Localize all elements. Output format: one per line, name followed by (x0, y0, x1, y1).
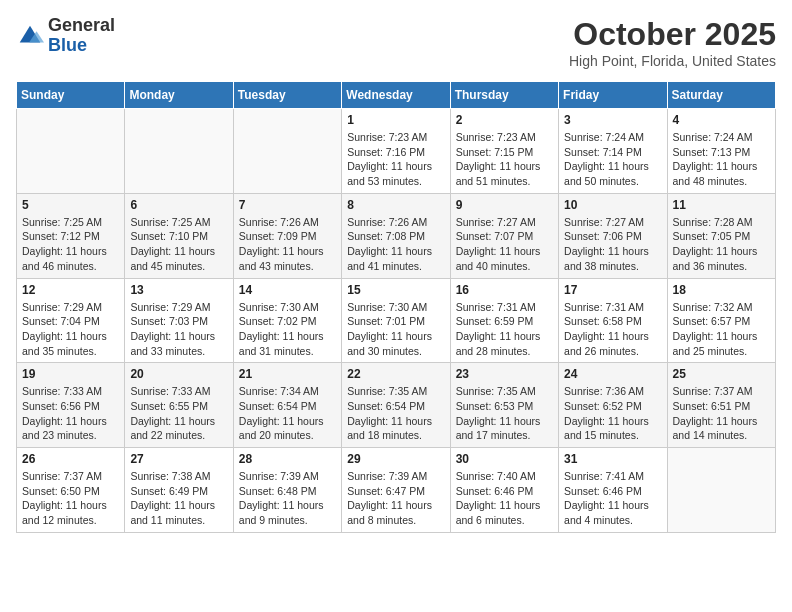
day-info: Sunrise: 7:40 AM Sunset: 6:46 PM Dayligh… (456, 469, 553, 528)
calendar-cell: 18Sunrise: 7:32 AM Sunset: 6:57 PM Dayli… (667, 278, 775, 363)
weekday-header-monday: Monday (125, 82, 233, 109)
day-info: Sunrise: 7:24 AM Sunset: 7:14 PM Dayligh… (564, 130, 661, 189)
calendar-cell: 30Sunrise: 7:40 AM Sunset: 6:46 PM Dayli… (450, 448, 558, 533)
calendar-table: SundayMondayTuesdayWednesdayThursdayFrid… (16, 81, 776, 533)
logo-blue: Blue (48, 35, 87, 55)
day-info: Sunrise: 7:27 AM Sunset: 7:06 PM Dayligh… (564, 215, 661, 274)
day-number: 13 (130, 283, 227, 297)
calendar-cell: 12Sunrise: 7:29 AM Sunset: 7:04 PM Dayli… (17, 278, 125, 363)
day-info: Sunrise: 7:34 AM Sunset: 6:54 PM Dayligh… (239, 384, 336, 443)
day-number: 21 (239, 367, 336, 381)
day-number: 25 (673, 367, 770, 381)
calendar-cell: 4Sunrise: 7:24 AM Sunset: 7:13 PM Daylig… (667, 109, 775, 194)
calendar-cell: 8Sunrise: 7:26 AM Sunset: 7:08 PM Daylig… (342, 193, 450, 278)
day-number: 11 (673, 198, 770, 212)
day-info: Sunrise: 7:39 AM Sunset: 6:48 PM Dayligh… (239, 469, 336, 528)
day-info: Sunrise: 7:26 AM Sunset: 7:08 PM Dayligh… (347, 215, 444, 274)
day-number: 12 (22, 283, 119, 297)
calendar-cell: 5Sunrise: 7:25 AM Sunset: 7:12 PM Daylig… (17, 193, 125, 278)
day-number: 14 (239, 283, 336, 297)
day-number: 26 (22, 452, 119, 466)
day-number: 7 (239, 198, 336, 212)
calendar-cell: 22Sunrise: 7:35 AM Sunset: 6:54 PM Dayli… (342, 363, 450, 448)
logo: General Blue (16, 16, 115, 56)
calendar-cell: 14Sunrise: 7:30 AM Sunset: 7:02 PM Dayli… (233, 278, 341, 363)
day-number: 10 (564, 198, 661, 212)
day-number: 8 (347, 198, 444, 212)
calendar-cell: 2Sunrise: 7:23 AM Sunset: 7:15 PM Daylig… (450, 109, 558, 194)
day-info: Sunrise: 7:37 AM Sunset: 6:51 PM Dayligh… (673, 384, 770, 443)
day-number: 31 (564, 452, 661, 466)
calendar-cell: 27Sunrise: 7:38 AM Sunset: 6:49 PM Dayli… (125, 448, 233, 533)
calendar-cell: 20Sunrise: 7:33 AM Sunset: 6:55 PM Dayli… (125, 363, 233, 448)
day-info: Sunrise: 7:36 AM Sunset: 6:52 PM Dayligh… (564, 384, 661, 443)
weekday-header-tuesday: Tuesday (233, 82, 341, 109)
day-info: Sunrise: 7:35 AM Sunset: 6:53 PM Dayligh… (456, 384, 553, 443)
calendar-cell: 23Sunrise: 7:35 AM Sunset: 6:53 PM Dayli… (450, 363, 558, 448)
day-number: 20 (130, 367, 227, 381)
logo-text: General Blue (48, 16, 115, 56)
day-info: Sunrise: 7:39 AM Sunset: 6:47 PM Dayligh… (347, 469, 444, 528)
calendar-cell: 15Sunrise: 7:30 AM Sunset: 7:01 PM Dayli… (342, 278, 450, 363)
day-info: Sunrise: 7:29 AM Sunset: 7:03 PM Dayligh… (130, 300, 227, 359)
day-info: Sunrise: 7:37 AM Sunset: 6:50 PM Dayligh… (22, 469, 119, 528)
weekday-header-wednesday: Wednesday (342, 82, 450, 109)
calendar-cell: 13Sunrise: 7:29 AM Sunset: 7:03 PM Dayli… (125, 278, 233, 363)
calendar-cell: 26Sunrise: 7:37 AM Sunset: 6:50 PM Dayli… (17, 448, 125, 533)
day-number: 16 (456, 283, 553, 297)
calendar-cell: 19Sunrise: 7:33 AM Sunset: 6:56 PM Dayli… (17, 363, 125, 448)
day-info: Sunrise: 7:25 AM Sunset: 7:12 PM Dayligh… (22, 215, 119, 274)
day-info: Sunrise: 7:41 AM Sunset: 6:46 PM Dayligh… (564, 469, 661, 528)
day-info: Sunrise: 7:27 AM Sunset: 7:07 PM Dayligh… (456, 215, 553, 274)
day-number: 19 (22, 367, 119, 381)
day-number: 27 (130, 452, 227, 466)
weekday-header-row: SundayMondayTuesdayWednesdayThursdayFrid… (17, 82, 776, 109)
calendar-cell: 17Sunrise: 7:31 AM Sunset: 6:58 PM Dayli… (559, 278, 667, 363)
calendar-cell (125, 109, 233, 194)
calendar-cell (17, 109, 125, 194)
day-number: 29 (347, 452, 444, 466)
calendar-cell: 21Sunrise: 7:34 AM Sunset: 6:54 PM Dayli… (233, 363, 341, 448)
weekday-header-friday: Friday (559, 82, 667, 109)
calendar-cell: 7Sunrise: 7:26 AM Sunset: 7:09 PM Daylig… (233, 193, 341, 278)
day-number: 23 (456, 367, 553, 381)
day-info: Sunrise: 7:31 AM Sunset: 6:58 PM Dayligh… (564, 300, 661, 359)
day-info: Sunrise: 7:30 AM Sunset: 7:01 PM Dayligh… (347, 300, 444, 359)
calendar-cell: 11Sunrise: 7:28 AM Sunset: 7:05 PM Dayli… (667, 193, 775, 278)
calendar-cell (233, 109, 341, 194)
page-header: General Blue October 2025 High Point, Fl… (16, 16, 776, 69)
calendar-cell: 31Sunrise: 7:41 AM Sunset: 6:46 PM Dayli… (559, 448, 667, 533)
day-number: 18 (673, 283, 770, 297)
day-number: 6 (130, 198, 227, 212)
location: High Point, Florida, United States (569, 53, 776, 69)
weekday-header-saturday: Saturday (667, 82, 775, 109)
day-info: Sunrise: 7:35 AM Sunset: 6:54 PM Dayligh… (347, 384, 444, 443)
calendar-cell: 6Sunrise: 7:25 AM Sunset: 7:10 PM Daylig… (125, 193, 233, 278)
weekday-header-thursday: Thursday (450, 82, 558, 109)
calendar-cell (667, 448, 775, 533)
calendar-cell: 25Sunrise: 7:37 AM Sunset: 6:51 PM Dayli… (667, 363, 775, 448)
week-row-4: 19Sunrise: 7:33 AM Sunset: 6:56 PM Dayli… (17, 363, 776, 448)
week-row-3: 12Sunrise: 7:29 AM Sunset: 7:04 PM Dayli… (17, 278, 776, 363)
day-info: Sunrise: 7:33 AM Sunset: 6:55 PM Dayligh… (130, 384, 227, 443)
day-info: Sunrise: 7:23 AM Sunset: 7:16 PM Dayligh… (347, 130, 444, 189)
logo-icon (16, 22, 44, 50)
day-number: 28 (239, 452, 336, 466)
logo-general: General (48, 15, 115, 35)
calendar-cell: 29Sunrise: 7:39 AM Sunset: 6:47 PM Dayli… (342, 448, 450, 533)
calendar-cell: 24Sunrise: 7:36 AM Sunset: 6:52 PM Dayli… (559, 363, 667, 448)
weekday-header-sunday: Sunday (17, 82, 125, 109)
week-row-2: 5Sunrise: 7:25 AM Sunset: 7:12 PM Daylig… (17, 193, 776, 278)
calendar-cell: 10Sunrise: 7:27 AM Sunset: 7:06 PM Dayli… (559, 193, 667, 278)
day-info: Sunrise: 7:24 AM Sunset: 7:13 PM Dayligh… (673, 130, 770, 189)
month-title: October 2025 (569, 16, 776, 53)
calendar-cell: 1Sunrise: 7:23 AM Sunset: 7:16 PM Daylig… (342, 109, 450, 194)
day-number: 24 (564, 367, 661, 381)
calendar-cell: 16Sunrise: 7:31 AM Sunset: 6:59 PM Dayli… (450, 278, 558, 363)
calendar-cell: 9Sunrise: 7:27 AM Sunset: 7:07 PM Daylig… (450, 193, 558, 278)
calendar-cell: 28Sunrise: 7:39 AM Sunset: 6:48 PM Dayli… (233, 448, 341, 533)
day-info: Sunrise: 7:28 AM Sunset: 7:05 PM Dayligh… (673, 215, 770, 274)
day-info: Sunrise: 7:31 AM Sunset: 6:59 PM Dayligh… (456, 300, 553, 359)
day-info: Sunrise: 7:30 AM Sunset: 7:02 PM Dayligh… (239, 300, 336, 359)
week-row-5: 26Sunrise: 7:37 AM Sunset: 6:50 PM Dayli… (17, 448, 776, 533)
